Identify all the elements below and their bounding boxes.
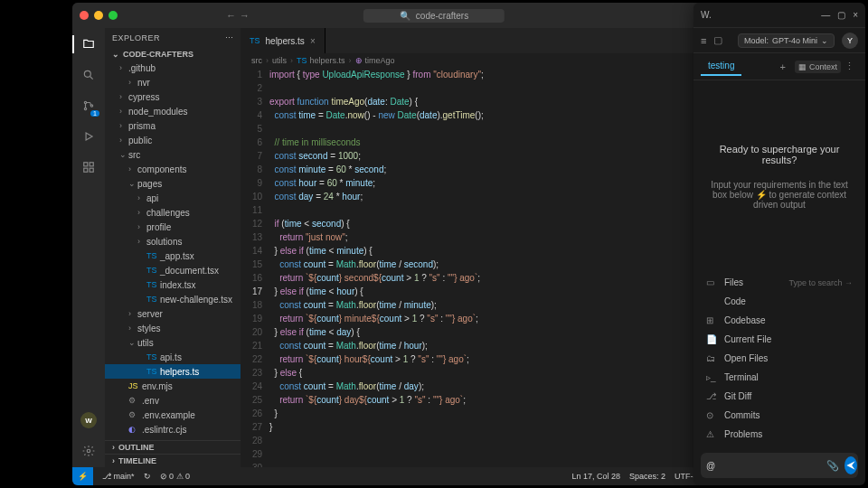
- context-commits[interactable]: ⊙Commits: [701, 406, 858, 425]
- assistant-tab-testing[interactable]: testing: [701, 57, 741, 76]
- avatar: W: [80, 412, 97, 428]
- assistant-min-icon[interactable]: —: [821, 10, 830, 20]
- cursor-position[interactable]: Ln 17, Col 28: [572, 472, 621, 481]
- close-window[interactable]: [80, 11, 89, 20]
- git-branch[interactable]: ⎇ main*: [102, 472, 135, 481]
- file-index.tsx[interactable]: TSindex.tsx: [105, 277, 241, 292]
- breadcrumb-item[interactable]: src: [251, 56, 262, 65]
- explorer-label: EXPLORER: [112, 33, 160, 42]
- assistant-titlebar: W. — ▢ ×: [693, 3, 865, 28]
- user-avatar[interactable]: Y: [842, 33, 858, 49]
- file-env.mjs[interactable]: JSenv.mjs: [105, 379, 241, 393]
- svg-point-8: [87, 449, 90, 453]
- problems[interactable]: ⊘ 0 ⚠ 0: [160, 472, 191, 481]
- file-helpers.ts[interactable]: TShelpers.ts: [105, 364, 241, 379]
- run-debug-icon[interactable]: [80, 127, 98, 145]
- explorer-icon[interactable]: [80, 35, 98, 53]
- search-activity-icon[interactable]: [80, 66, 98, 84]
- extensions-icon[interactable]: [80, 158, 98, 176]
- file-_document.tsx[interactable]: TS_document.tsx: [105, 263, 241, 277]
- folder-solutions[interactable]: ›solutions: [105, 234, 241, 249]
- file-.eslintrc.cjs[interactable]: ◐.eslintrc.cjs: [105, 422, 241, 436]
- remote-indicator[interactable]: ⚡: [72, 467, 93, 485]
- settings-icon[interactable]: [80, 442, 98, 460]
- tab-close-icon[interactable]: ×: [310, 36, 316, 46]
- file-_app.tsx[interactable]: TS_app.tsx: [105, 249, 241, 263]
- window-icon[interactable]: ▢: [713, 34, 722, 46]
- context-terminal[interactable]: ▹_Terminal: [701, 368, 858, 387]
- context-git-diff[interactable]: ⎇Git Diff: [701, 387, 858, 406]
- context-code[interactable]: Code: [701, 292, 858, 311]
- folder-profile[interactable]: ›profile: [105, 220, 241, 234]
- breadcrumb-item[interactable]: TS helpers.ts: [297, 56, 345, 65]
- folder-.github[interactable]: ›.github: [105, 61, 241, 75]
- svg-rect-7: [90, 168, 93, 172]
- model-selector[interactable]: Model: GPT-4o Mini ⌄: [738, 33, 835, 48]
- folder-server[interactable]: ›server: [105, 306, 241, 321]
- breadcrumb-item[interactable]: ⊕ timeAgo: [355, 56, 395, 65]
- assistant-header: ≡ ▢ Model: GPT-4o Mini ⌄ Y: [693, 28, 865, 53]
- file-new-challenge.tsx[interactable]: TSnew-challenge.tsx: [105, 292, 241, 306]
- tab-label: helpers.ts: [266, 36, 305, 46]
- main-area: 1 W EXPLORER ⋯ ⌄ CODE-CRAFTERS ›.github›…: [72, 28, 796, 467]
- gutter: 1234567891011121314151617181920212223242…: [241, 68, 269, 467]
- assistant-close-icon[interactable]: ×: [853, 10, 858, 20]
- sync-icon[interactable]: ↻: [144, 472, 151, 481]
- assistant-body: Ready to supercharge your results? Input…: [693, 80, 865, 273]
- nav-forward-icon[interactable]: →: [240, 10, 250, 21]
- nav-back-icon[interactable]: ←: [226, 10, 236, 21]
- context-button[interactable]: ▦ Context: [795, 61, 841, 73]
- folder-styles[interactable]: ›styles: [105, 321, 241, 335]
- folder-public[interactable]: ›public: [105, 133, 241, 147]
- folder-pages[interactable]: ⌄pages: [105, 176, 241, 191]
- indent[interactable]: Spaces: 2: [629, 472, 665, 481]
- folder-utils[interactable]: ⌄utils: [105, 335, 241, 350]
- folder-src[interactable]: ⌄src: [105, 147, 241, 162]
- scm-badge: 1: [90, 110, 99, 117]
- timeline-section[interactable]: ›TIMELINE: [105, 454, 241, 467]
- status-bar: ⚡ ⎇ main* ↻ ⊘ 0 ⚠ 0 Ln 17, Col 28 Spaces…: [72, 467, 796, 485]
- assistant-max-icon[interactable]: ▢: [837, 10, 845, 20]
- vscode-window: ← → 🔍 code-crafters ⊞ ◧ ⬓ ◨ ▦ 1 W: [72, 3, 796, 485]
- new-tab-icon[interactable]: +: [775, 61, 791, 72]
- maximize-window[interactable]: [108, 11, 118, 20]
- context-menu: ▭FilesType to search →Code⊞Codebase📄Curr…: [693, 273, 865, 447]
- folder-challenges[interactable]: ›challenges: [105, 205, 241, 220]
- file-.env[interactable]: ⚙.env: [105, 393, 241, 408]
- send-button[interactable]: [844, 456, 857, 474]
- folder-cypress[interactable]: ›cypress: [105, 89, 241, 104]
- context-current-file[interactable]: 📄Current File: [701, 330, 858, 349]
- attach-icon[interactable]: 📎: [826, 460, 839, 472]
- titlebar: ← → 🔍 code-crafters ⊞ ◧ ⬓ ◨ ▦: [72, 3, 796, 28]
- search-text: code-crafters: [416, 11, 468, 21]
- tab-helpers[interactable]: TS helpers.ts ×: [241, 28, 326, 53]
- folder-prisma[interactable]: ›prisma: [105, 118, 241, 133]
- hamburger-icon[interactable]: ≡: [701, 35, 706, 46]
- chevron-right-icon: ›: [112, 456, 115, 465]
- sidebar-more-icon[interactable]: ⋯: [225, 33, 234, 42]
- context-files[interactable]: ▭FilesType to search →: [701, 273, 858, 292]
- project-name[interactable]: ⌄ CODE-CRAFTERS: [105, 48, 241, 61]
- account-icon[interactable]: W: [80, 411, 98, 429]
- context-problems[interactable]: ⚠Problems: [701, 425, 858, 444]
- assistant-more-icon[interactable]: ⋮: [841, 61, 858, 72]
- context-open-files[interactable]: 🗂Open Files: [701, 349, 858, 368]
- folder-components[interactable]: ›components: [105, 162, 241, 176]
- folder-api[interactable]: ›api: [105, 191, 241, 205]
- file-.env.example[interactable]: ⚙.env.example: [105, 408, 241, 422]
- file-api.ts[interactable]: TSapi.ts: [105, 350, 241, 364]
- source-control-icon[interactable]: 1: [80, 97, 98, 115]
- outline-section[interactable]: ›OUTLINE: [105, 440, 241, 454]
- breadcrumb-item[interactable]: utils: [272, 56, 287, 65]
- sidebar: EXPLORER ⋯ ⌄ CODE-CRAFTERS ›.github›nvr›…: [105, 28, 241, 467]
- svg-rect-5: [90, 163, 93, 166]
- activity-bar: 1 W: [72, 28, 105, 467]
- folder-nvr[interactable]: ›nvr: [105, 75, 241, 89]
- svg-point-0: [84, 70, 90, 77]
- minimize-window[interactable]: [94, 11, 103, 20]
- context-codebase[interactable]: ⊞Codebase: [701, 311, 858, 330]
- command-center[interactable]: 🔍 code-crafters: [363, 9, 505, 23]
- folder-node_modules[interactable]: ›node_modules: [105, 104, 241, 118]
- assistant-input[interactable]: [706, 461, 821, 471]
- chevron-down-icon: ⌄: [821, 36, 828, 45]
